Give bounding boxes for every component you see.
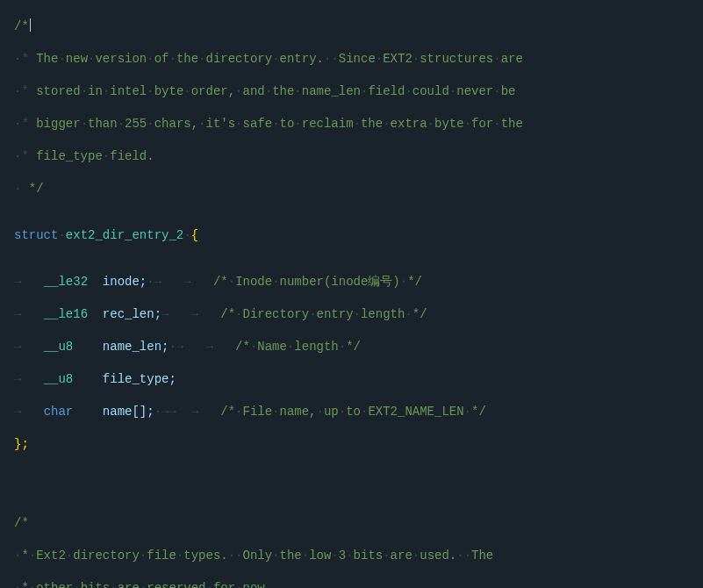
- code-line[interactable]: /*: [14, 514, 703, 533]
- code-line[interactable]: ·*·Ext2·directory·file·types.··Only·the·…: [14, 547, 703, 565]
- code-line[interactable]: ·* bigger·than·255·chars,·it's·safe·to·r…: [14, 115, 703, 133]
- blank-line[interactable]: [14, 468, 703, 486]
- comment: *·other·bits·are·reserved·for·now.: [21, 581, 272, 588]
- code-line[interactable]: /*: [14, 18, 703, 36]
- type-name: ext2_dir_entry_2: [66, 228, 183, 242]
- code-line[interactable]: → char name[];·→→ → /*·File·name,·up·to·…: [14, 403, 703, 421]
- comment: * file_type·field.: [21, 149, 154, 163]
- comment: * The·new·version·of·the·directory·entry…: [21, 52, 522, 66]
- code-line[interactable]: → __u8 name_len;·→ → /*·Name·length·*/: [14, 338, 703, 356]
- code-line[interactable]: · */: [14, 180, 703, 198]
- comment: /*·Name·length·*/: [235, 340, 361, 354]
- comment: /*·Inode·number(inode编号)·*/: [213, 275, 422, 289]
- comment: * stored·in·intel·byte·order,·and·the·na…: [21, 84, 515, 98]
- comment: */: [21, 182, 43, 196]
- comment: /*: [14, 516, 29, 530]
- comment: /*·Directory·entry·length·*/: [220, 307, 427, 321]
- code-line[interactable]: → __le32 inode;·→ → /*·Inode·number(inod…: [14, 273, 703, 291]
- code-editor[interactable]: /* ·* The·new·version·of·the·directory·e…: [0, 0, 703, 588]
- code-line[interactable]: ·* stored·in·intel·byte·order,·and·the·n…: [14, 82, 703, 101]
- comment: /*·File·name,·up·to·EXT2_NAME_LEN·*/: [220, 405, 486, 419]
- code-line[interactable]: ·* file_type·field.: [14, 147, 703, 166]
- code-line[interactable]: ·* The·new·version·of·the·directory·entr…: [14, 50, 703, 68]
- comment: *·Ext2·directory·file·types.··Only·the·l…: [21, 549, 493, 563]
- text-cursor: [29, 18, 31, 32]
- code-line[interactable]: → __le16 rec_len;→ → /*·Directory·entry·…: [14, 305, 703, 324]
- code-line[interactable]: ·*·other·bits·are·reserved·for·now.: [14, 579, 703, 588]
- comment: * bigger·than·255·chars,·it's·safe·to·re…: [21, 117, 522, 131]
- code-line[interactable]: struct·ext2_dir_entry_2·{: [14, 226, 703, 245]
- comment: /*: [14, 19, 29, 33]
- code-line[interactable]: };: [14, 435, 703, 454]
- code-line[interactable]: → __u8 file_type;: [14, 370, 703, 389]
- keyword-struct: struct: [14, 228, 58, 242]
